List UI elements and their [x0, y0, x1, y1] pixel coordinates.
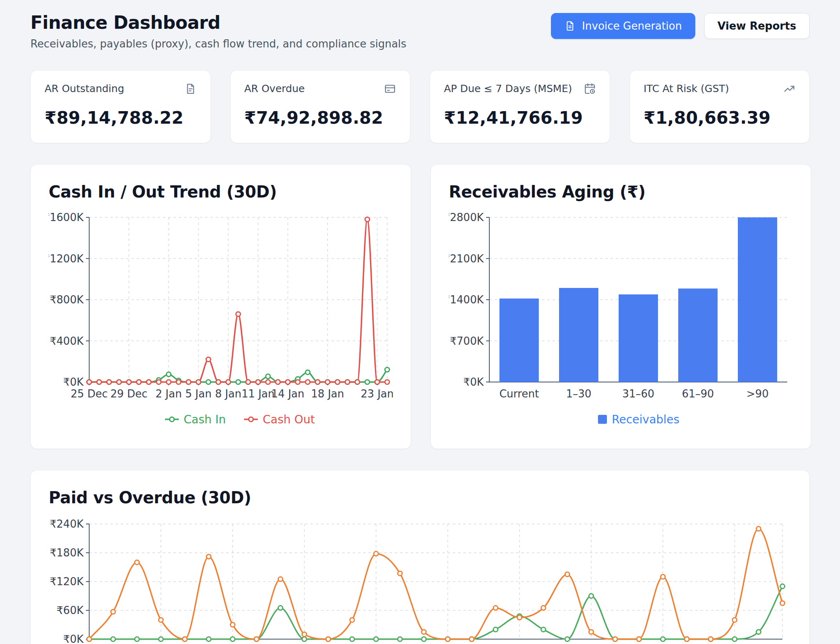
svg-text:₹700K: ₹700K — [450, 335, 484, 347]
kpi-label: AR Outstanding — [45, 83, 124, 94]
svg-text:25 Dec: 25 Dec — [71, 388, 108, 400]
svg-text:₹1600K: ₹1600K — [49, 212, 84, 223]
svg-text:>90: >90 — [746, 388, 769, 400]
svg-text:Cash In: Cash In — [184, 413, 226, 426]
cash-trend-card: Cash In / Out Trend (30D) ₹0K₹400K₹800K₹… — [30, 164, 411, 449]
kpi-value: ₹89,14,788.22 — [45, 108, 197, 128]
svg-text:₹0K: ₹0K — [63, 633, 84, 644]
kpi-label: AR Overdue — [244, 83, 305, 94]
svg-text:₹180K: ₹180K — [50, 547, 84, 559]
cash-trend-chart: ₹0K₹400K₹800K₹1200K₹1600K25 Dec29 Dec2 J… — [49, 212, 393, 431]
receivables-aging-chart: ₹0K₹700K₹1400K₹2100K₹2800KCurrent1–3031–… — [449, 212, 793, 431]
svg-text:18 Jan: 18 Jan — [311, 388, 344, 400]
svg-text:14 Jan: 14 Jan — [271, 388, 304, 400]
svg-text:Receivables: Receivables — [612, 413, 679, 426]
svg-text:29 Dec: 29 Dec — [110, 388, 148, 400]
svg-text:₹60K: ₹60K — [56, 604, 84, 616]
invoice-generation-button[interactable]: Invoice Generation — [551, 13, 695, 39]
paid-overdue-card: Paid vs Overdue (30D) ₹0K₹60K₹120K₹180K₹… — [30, 470, 810, 644]
charts-row: Cash In / Out Trend (30D) ₹0K₹400K₹800K₹… — [30, 164, 810, 449]
svg-text:₹120K: ₹120K — [50, 575, 84, 588]
document-icon — [564, 20, 576, 32]
credit-card-icon — [384, 83, 396, 97]
kpi-row: AR Outstanding ₹89,14,788.22 AR Overdue … — [30, 70, 810, 143]
svg-text:₹800K: ₹800K — [50, 294, 84, 306]
receivables-aging-title: Receivables Aging (₹) — [449, 182, 793, 201]
receipt-icon — [184, 83, 197, 97]
paid-overdue-chart: ₹0K₹60K₹120K₹180K₹240KPaidOverdue — [49, 517, 792, 644]
kpi-label: ITC At Risk (GST) — [644, 83, 729, 94]
kpi-card-ar-overdue: AR Overdue ₹74,92,898.82 — [230, 70, 411, 143]
trending-up-icon — [783, 83, 795, 97]
page-subtitle: Receivables, payables (proxy), cash flow… — [30, 38, 406, 50]
kpi-value: ₹74,92,898.82 — [244, 108, 396, 128]
paid-overdue-title: Paid vs Overdue (30D) — [49, 488, 791, 507]
svg-text:8 Jan: 8 Jan — [215, 388, 242, 400]
svg-text:₹1400K: ₹1400K — [449, 294, 484, 306]
svg-text:₹2100K: ₹2100K — [449, 253, 484, 265]
kpi-card-ar-outstanding: AR Outstanding ₹89,14,788.22 — [30, 70, 211, 143]
svg-text:31–60: 31–60 — [622, 388, 654, 400]
kpi-card-itc-at-risk: ITC At Risk (GST) ₹1,80,663.39 — [630, 70, 810, 143]
svg-text:₹400K: ₹400K — [50, 335, 84, 347]
svg-text:₹0K: ₹0K — [63, 376, 84, 388]
svg-text:₹240K: ₹240K — [50, 518, 84, 530]
svg-text:₹2800K: ₹2800K — [449, 212, 484, 223]
svg-text:Cash Out: Cash Out — [263, 413, 315, 426]
svg-text:Current: Current — [499, 388, 539, 400]
svg-text:2 Jan: 2 Jan — [156, 388, 182, 400]
kpi-card-ap-due-7-days: AP Due ≤ 7 Days (MSME) ₹12,41,766.19 — [430, 70, 610, 143]
view-reports-label: View Reports — [718, 20, 796, 32]
page-title: Finance Dashboard — [30, 12, 406, 33]
svg-text:11 Jan: 11 Jan — [242, 388, 274, 400]
view-reports-button[interactable]: View Reports — [704, 13, 810, 39]
svg-text:5 Jan: 5 Jan — [185, 388, 212, 400]
calendar-clock-icon — [584, 83, 596, 97]
kpi-value: ₹1,80,663.39 — [644, 108, 796, 128]
kpi-value: ₹12,41,766.19 — [444, 108, 596, 128]
receivables-aging-card: Receivables Aging (₹) ₹0K₹700K₹1400K₹210… — [431, 164, 811, 449]
kpi-label: AP Due ≤ 7 Days (MSME) — [444, 83, 572, 94]
header-actions: Invoice Generation View Reports — [551, 13, 810, 39]
svg-text:₹0K: ₹0K — [463, 376, 484, 388]
page-header: Finance Dashboard Receivables, payables … — [30, 10, 810, 50]
svg-text:1–30: 1–30 — [566, 388, 591, 400]
invoice-generation-label: Invoice Generation — [582, 20, 682, 32]
svg-text:₹1200K: ₹1200K — [49, 253, 84, 265]
svg-text:61–90: 61–90 — [682, 388, 714, 400]
cash-trend-title: Cash In / Out Trend (30D) — [49, 182, 393, 201]
svg-text:23 Jan: 23 Jan — [361, 388, 393, 400]
header-text: Finance Dashboard Receivables, payables … — [30, 10, 406, 50]
